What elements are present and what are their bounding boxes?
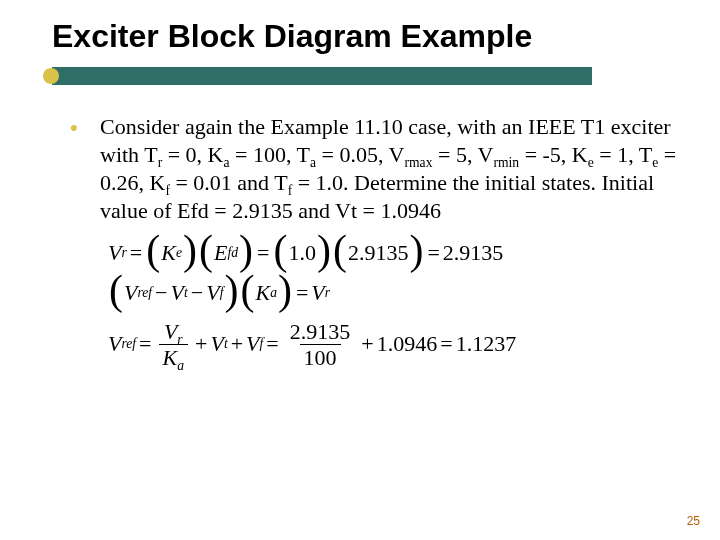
equation-2: (Vref −Vt −Vf)(Ka) = Vr xyxy=(108,280,680,306)
bullet-text: Consider again the Example 11.10 case, w… xyxy=(100,113,680,226)
bullet-dot-icon: • xyxy=(70,113,100,226)
accent-dot-icon xyxy=(43,68,59,84)
equation-3: Vref = Vr Ka +Vt +Vf = 2.9135 100 +1.094… xyxy=(108,320,680,369)
title-area: Exciter Block Diagram Example xyxy=(0,0,720,55)
equations-block: Vr = (Ke)(Efd) = (1.0)(2.9135) = 2.9135 … xyxy=(0,226,720,369)
equation-1: Vr = (Ke)(Efd) = (1.0)(2.9135) = 2.9135 xyxy=(108,240,680,266)
slide-title: Exciter Block Diagram Example xyxy=(52,18,720,55)
accent-bar xyxy=(52,67,592,85)
accent-bar-wrap xyxy=(0,61,720,87)
content-area: • Consider again the Example 11.10 case,… xyxy=(0,87,720,226)
bullet-item: • Consider again the Example 11.10 case,… xyxy=(70,113,680,226)
page-number: 25 xyxy=(687,514,700,528)
